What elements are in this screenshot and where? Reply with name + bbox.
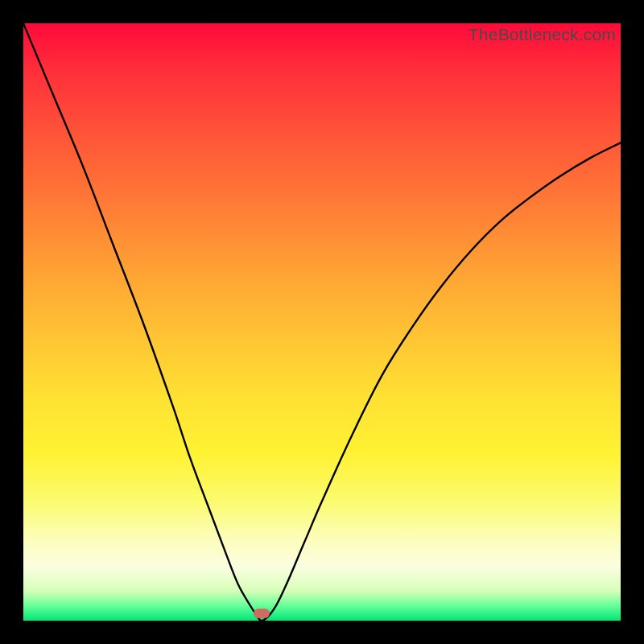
bottleneck-curve (23, 23, 621, 621)
optimal-marker (254, 609, 270, 618)
plot-area: TheBottleneck.com (23, 23, 621, 621)
chart-frame: TheBottleneck.com (0, 0, 644, 644)
watermark-text: TheBottleneck.com (469, 25, 616, 44)
curve-path (23, 23, 621, 621)
